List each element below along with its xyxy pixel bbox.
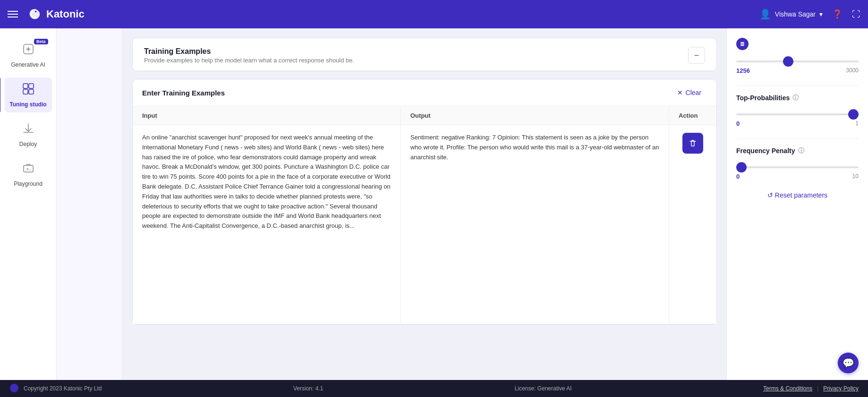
input-column-header: Input [133,106,401,125]
collapse-button[interactable]: − [688,47,705,64]
sidebar-item-deploy-label: Deploy [19,141,37,147]
secondary-sidebar [57,28,123,397]
top-probabilities-section: Top-Probabilities ⓘ 0 1 [736,94,859,127]
enter-training-title: Enter Training Examples [142,89,225,97]
frequency-penalty-label-text: Frequency Penalty [736,147,795,155]
max-tokens-min-value: 1256 [736,67,750,74]
fullscreen-icon[interactable]: ⛶ [852,9,860,19]
svg-rect-6 [29,89,34,94]
svg-rect-4 [29,84,34,88]
enter-training-header: Enter Training Examples ✕ Clear [133,79,716,106]
footer: Copyright 2023 Katonic Pty Ltd Version: … [0,380,868,397]
table-row: An online "anarchist scavenger hunt" pro… [133,125,716,324]
max-tokens-max-value: 3000 [846,67,859,74]
top-probabilities-help-icon[interactable]: ⓘ [792,94,799,102]
playground-icon [22,162,35,178]
sidebar-item-tuning-studio[interactable]: Tuning studio [5,78,52,112]
footer-license: License: Generative AI [515,385,572,392]
user-name: Vishwa Sagar [775,10,816,18]
top-probabilities-label-text: Top-Probabilities [736,94,790,102]
freq-penalty-max: 10 [852,173,859,180]
footer-right: Terms & Conditions | Privacy Policy [763,385,859,392]
footer-version: Version: 4.1 [293,385,323,392]
privacy-link[interactable]: Privacy Policy [823,385,859,392]
training-examples-card: Training Examples Provide examples to he… [132,38,717,71]
footer-left: Copyright 2023 Katonic Pty Ltd [9,383,102,394]
training-examples-title: Training Examples [144,47,354,56]
svg-rect-3 [23,84,28,88]
main-layout: Beta Generative AI Tuning studio Deploy [0,0,868,397]
top-prob-value: 1 [855,120,859,127]
sidebar-item-playground-label: Playground [14,181,43,187]
delete-row-button[interactable] [682,133,703,154]
chat-icon: 💬 [842,357,854,369]
frequency-penalty-slider[interactable] [736,166,859,168]
ai-icon [22,43,35,59]
sidebar-item-generative-ai-label: Generative AI [11,61,45,68]
footer-copyright: Copyright 2023 Katonic Pty Ltd [24,385,102,392]
training-examples-header: Training Examples Provide examples to he… [133,38,716,71]
sidebar-item-playground[interactable]: Playground [5,157,52,192]
svg-point-2 [27,48,29,50]
navbar: Katonic 👤 Vishwa Sagar ▾ ❓ ⛶ [0,0,868,28]
help-circle-icon[interactable]: ❓ [832,9,842,19]
output-column-header: Output [401,106,669,125]
max-tokens-thumb [736,38,749,50]
svg-point-8 [10,384,18,392]
sidebar-item-tuning-studio-label: Tuning studio [9,101,46,108]
svg-point-0 [35,11,37,13]
sidebar-item-generative-ai[interactable]: Beta Generative AI [5,38,52,73]
max-tokens-section: 1256 3000 [736,38,859,74]
max-tokens-slider[interactable] [736,60,859,62]
frequency-penalty-help-icon[interactable]: ⓘ [798,147,804,155]
reset-icon: ↺ [767,191,773,199]
deploy-icon [22,122,35,138]
main-content: Training Examples Provide examples to he… [123,28,726,397]
input-cell: An online "anarchist scavenger hunt" pro… [133,125,401,324]
navbar-right: 👤 Vishwa Sagar ▾ ❓ ⛶ [759,9,860,20]
trash-icon [689,139,697,147]
freq-penalty-min: 0 [736,173,740,180]
reset-parameters-button[interactable]: ↺ Reset parameters [767,191,827,199]
clear-icon: ✕ [677,89,683,96]
reset-label: Reset parameters [775,191,827,199]
sidebar: Beta Generative AI Tuning studio Deploy [0,28,57,397]
output-cell: Sentiment: negative Ranking: 7 Opinion: … [401,125,669,324]
top-probabilities-slider[interactable] [736,113,859,115]
hamburger-menu[interactable] [8,11,18,17]
tuning-icon [22,82,35,98]
katonic-logo-icon [26,6,43,23]
svg-rect-7 [24,165,33,172]
navbar-left: Katonic [8,6,85,23]
clear-button[interactable]: ✕ Clear [672,86,707,99]
frequency-penalty-label: Frequency Penalty ⓘ [736,147,859,155]
training-examples-title-group: Training Examples Provide examples to he… [144,47,354,64]
logo: Katonic [26,6,85,23]
top-probabilities-label: Top-Probabilities ⓘ [736,94,859,102]
logo-text: Katonic [46,8,85,20]
chat-bubble[interactable]: 💬 [838,353,859,373]
frequency-penalty-section: Frequency Penalty ⓘ 0 10 [736,147,859,180]
training-examples-subtitle: Provide examples to help the model learn… [144,57,354,64]
user-menu[interactable]: 👤 Vishwa Sagar ▾ [759,9,823,20]
sidebar-item-deploy[interactable]: Deploy [5,117,52,152]
enter-training-examples-section: Enter Training Examples ✕ Clear Input Ou… [132,79,717,325]
clear-label: Clear [686,89,701,96]
svg-rect-5 [23,89,28,94]
user-avatar-icon: 👤 [759,9,771,20]
top-prob-min: 0 [736,120,740,127]
footer-logo-icon [9,383,19,394]
beta-badge: Beta [34,39,48,44]
chevron-down-icon: ▾ [819,10,823,18]
terms-link[interactable]: Terms & Conditions [763,385,812,392]
action-cell [669,125,716,324]
footer-divider: | [817,385,818,392]
table-header: Input Output Action [133,106,716,125]
action-column-header: Action [669,106,716,125]
right-panel: 1256 3000 Top-Probabilities ⓘ 0 1 [726,28,868,397]
